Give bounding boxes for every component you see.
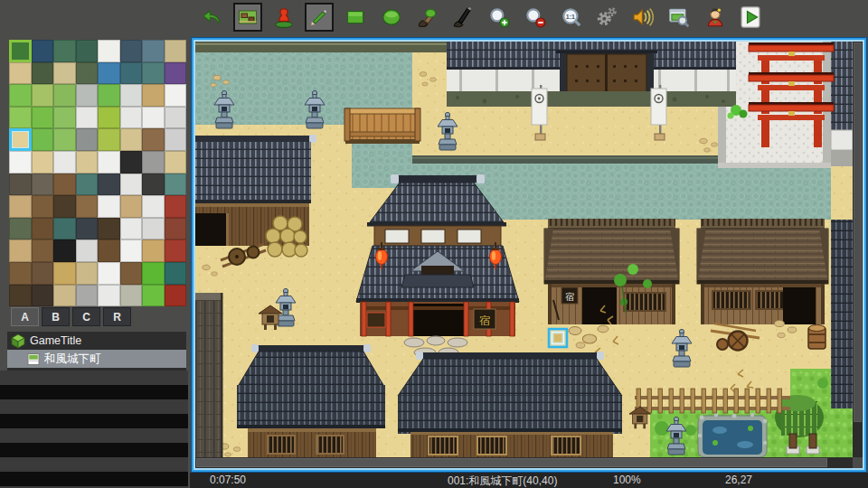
- palette-tile[interactable]: [76, 174, 99, 196]
- shadow-pen-tool-button[interactable]: [448, 3, 477, 32]
- pencil-tool-button[interactable]: [305, 3, 334, 32]
- palette-tile[interactable]: [9, 151, 32, 174]
- palette-tile[interactable]: [53, 174, 76, 196]
- palette-tile[interactable]: [76, 195, 99, 218]
- horizontal-scrollbar[interactable]: [195, 457, 853, 468]
- palette-tile[interactable]: [142, 107, 165, 129]
- palette-tile[interactable]: [120, 218, 143, 240]
- palette-tile[interactable]: [120, 62, 143, 85]
- palette-tile[interactable]: [98, 174, 120, 196]
- map-mode-button[interactable]: [233, 3, 262, 32]
- event-mode-button[interactable]: [269, 3, 298, 32]
- zoom-out-button[interactable]: [521, 3, 550, 32]
- palette-tile[interactable]: [32, 218, 54, 240]
- palette-tile[interactable]: [32, 262, 54, 285]
- palette-tile[interactable]: [120, 84, 143, 107]
- palette-tile[interactable]: [142, 174, 165, 196]
- rectangle-tool-button[interactable]: [341, 3, 370, 32]
- palette-tile[interactable]: [165, 218, 187, 240]
- palette-tile[interactable]: [142, 285, 165, 307]
- palette-tile[interactable]: [32, 285, 54, 307]
- palette-tile[interactable]: [53, 195, 76, 218]
- tree-item-map[interactable]: 和風城下町: [7, 350, 186, 368]
- palette-tile[interactable]: [9, 107, 32, 129]
- vertical-scrollbar[interactable]: [853, 42, 863, 457]
- palette-tile[interactable]: [9, 218, 32, 240]
- palette-tile[interactable]: [76, 62, 99, 85]
- palette-tile[interactable]: [142, 218, 165, 240]
- palette-tile[interactable]: [32, 195, 54, 218]
- vertical-scrollbar-thumb[interactable]: [854, 42, 862, 422]
- palette-tile[interactable]: [120, 195, 143, 218]
- palette-tile[interactable]: [120, 107, 143, 129]
- palette-tile[interactable]: [9, 40, 32, 62]
- palette-tile[interactable]: [165, 195, 187, 218]
- palette-tile[interactable]: [98, 285, 120, 307]
- palette-tile[interactable]: [32, 62, 54, 85]
- palette-tile[interactable]: [32, 174, 54, 196]
- palette-tile[interactable]: [76, 151, 99, 174]
- palette-tile[interactable]: [98, 239, 120, 262]
- palette-tile[interactable]: [165, 239, 187, 262]
- palette-tile[interactable]: [142, 239, 165, 262]
- palette-tile[interactable]: [142, 40, 165, 62]
- palette-tile[interactable]: [32, 40, 54, 62]
- palette-tile[interactable]: [98, 262, 120, 285]
- options-button[interactable]: [592, 3, 621, 32]
- palette-tile[interactable]: [165, 62, 187, 85]
- palette-tile[interactable]: [165, 128, 187, 151]
- palette-tab-a[interactable]: A: [11, 307, 39, 326]
- palette-tile[interactable]: [142, 128, 165, 151]
- palette-tile[interactable]: [76, 239, 99, 262]
- palette-tile[interactable]: [76, 40, 99, 62]
- palette-tile[interactable]: [165, 84, 187, 107]
- palette-tile[interactable]: [98, 40, 120, 62]
- palette-tab-r[interactable]: R: [103, 307, 131, 326]
- horizontal-scrollbar-thumb[interactable]: [196, 458, 827, 467]
- palette-tile[interactable]: [165, 174, 187, 196]
- sound-test-button[interactable]: [628, 3, 657, 32]
- palette-tile[interactable]: [120, 174, 143, 196]
- palette-tile[interactable]: [142, 62, 165, 85]
- palette-tile[interactable]: [53, 128, 76, 151]
- palette-tile[interactable]: [120, 151, 143, 174]
- palette-tile[interactable]: [32, 239, 54, 262]
- palette-tile[interactable]: [9, 285, 32, 307]
- palette-tile[interactable]: [53, 285, 76, 307]
- palette-tile[interactable]: [53, 151, 76, 174]
- palette-tile[interactable]: [98, 128, 120, 151]
- palette-tile[interactable]: [76, 128, 99, 151]
- palette-tile[interactable]: [98, 218, 120, 240]
- palette-tile[interactable]: [165, 107, 187, 129]
- palette-tile[interactable]: [98, 62, 120, 85]
- palette-tile[interactable]: [53, 107, 76, 129]
- palette-tile[interactable]: [9, 174, 32, 196]
- character-generator-button[interactable]: [701, 3, 730, 32]
- palette-tile[interactable]: [76, 285, 99, 307]
- palette-tile[interactable]: [142, 195, 165, 218]
- palette-tile[interactable]: [53, 62, 76, 85]
- palette-tile[interactable]: [53, 218, 76, 240]
- palette-tile[interactable]: [9, 239, 32, 262]
- palette-tile[interactable]: [32, 151, 54, 174]
- palette-tile[interactable]: [165, 285, 187, 307]
- palette-tile[interactable]: [32, 107, 54, 129]
- palette-tile[interactable]: [53, 84, 76, 107]
- palette-tile[interactable]: [76, 262, 99, 285]
- palette-tile[interactable]: [98, 151, 120, 174]
- palette-tile[interactable]: [98, 107, 120, 129]
- palette-tile[interactable]: [9, 84, 32, 107]
- palette-tile[interactable]: [142, 84, 165, 107]
- palette-tile[interactable]: [9, 262, 32, 285]
- palette-tile[interactable]: [98, 195, 120, 218]
- palette-tile[interactable]: [53, 40, 76, 62]
- map-canvas[interactable]: 宿 宿: [195, 42, 853, 457]
- palette-tile[interactable]: [76, 107, 99, 129]
- palette-tile[interactable]: [53, 239, 76, 262]
- palette-tile[interactable]: [142, 262, 165, 285]
- palette-tile[interactable]: [120, 128, 143, 151]
- palette-tile[interactable]: [53, 262, 76, 285]
- palette-tile[interactable]: [120, 262, 143, 285]
- palette-tile[interactable]: [9, 62, 32, 85]
- palette-tile[interactable]: [98, 84, 120, 107]
